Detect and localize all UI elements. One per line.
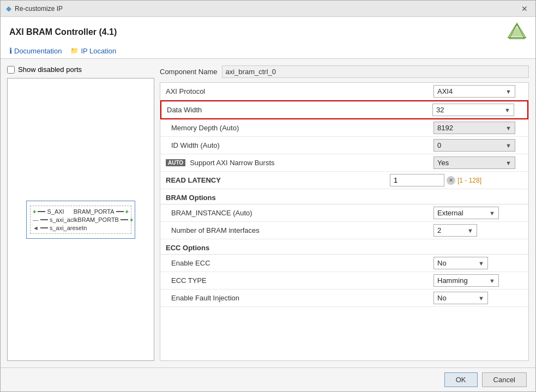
- show-disabled-checkbox[interactable]: [7, 66, 15, 74]
- dropdown-value-bram-interfaces: 2: [437, 226, 441, 234]
- connector-brama: [116, 211, 124, 212]
- dropdown-narrow-bursts[interactable]: Yes ▼: [433, 156, 515, 169]
- dropdown-id-width[interactable]: 0 ▼: [433, 139, 515, 152]
- label-axi-protocol: AXI Protocol: [160, 84, 430, 99]
- settings-row-axi-protocol: AXI Protocol AXI4 ▼: [160, 83, 528, 100]
- dropdown-value-data-width: 32: [436, 106, 444, 114]
- control-enable-ecc: No ▼: [430, 255, 528, 272]
- dropdown-value-id-width: 0: [437, 141, 441, 149]
- arrow-icon-aresetn: ◄: [33, 225, 39, 231]
- auto-badge: AUTO: [166, 159, 185, 166]
- show-disabled-label: Show disabled ports: [18, 65, 82, 74]
- port-left-saxi: + S_AXI: [33, 208, 64, 215]
- header-area: AXI BRAM Controller (4.1) ℹ Documentatio…: [1, 17, 535, 59]
- dropdown-value-fault-injection: No: [437, 294, 447, 302]
- settings-scroll[interactable]: AXI Protocol AXI4 ▼ Data Width: [160, 83, 528, 360]
- settings-row-narrow-bursts: AUTO Support AXI Narrow Bursts Yes ▼: [160, 154, 528, 172]
- ip-location-button[interactable]: 📁 IP Location: [70, 47, 116, 55]
- dropdown-arrow-fault-injection: ▼: [478, 295, 484, 301]
- dropdown-value-axi-protocol: AXI4: [437, 87, 453, 95]
- settings-row-fault-injection: Enable Fault Injection No ▼: [160, 290, 528, 307]
- port-left-aclk: — s_axi_aclk: [33, 216, 77, 223]
- label-id-width: ID Width (Auto): [160, 138, 430, 153]
- port-right-bramb: BRAM_PORTB +: [77, 216, 133, 223]
- label-bram-instance: BRAM_INSTANCE (Auto): [160, 206, 430, 220]
- dropdown-arrow-data-width: ▼: [504, 107, 510, 113]
- port-name-saxi: S_AXI: [47, 208, 64, 215]
- dropdown-value-ecc-type: Hamming: [437, 276, 468, 285]
- bottom-bar: OK Cancel: [1, 367, 535, 391]
- control-data-width: 32 ▼: [429, 101, 527, 118]
- port-name-aresetn: s_axi_aresetn: [50, 225, 87, 231]
- dropdown-arrow-id-width: ▼: [505, 142, 511, 149]
- cancel-button[interactable]: Cancel: [482, 372, 527, 387]
- app-title-row: AXI BRAM Controller (4.1): [9, 22, 527, 42]
- ip-ports: + S_AXI BRAM_PORTA +: [33, 208, 129, 231]
- label-narrow-bursts: Support AXI Narrow Bursts: [190, 159, 274, 167]
- dropdown-ecc-type[interactable]: Hamming ▼: [433, 274, 499, 287]
- doc-label: Documentation: [14, 47, 62, 55]
- dropdown-bram-instance[interactable]: External ▼: [433, 207, 499, 219]
- title-bar: ◆ Re-customize IP ✕: [1, 1, 535, 17]
- control-read-latency: ✕ [1 - 128]: [387, 172, 528, 189]
- settings-row-id-width: ID Width (Auto) 0 ▼: [160, 137, 528, 154]
- control-id-width: 0 ▼: [430, 137, 528, 154]
- control-axi-protocol: AXI4 ▼: [430, 83, 528, 100]
- title-bar-left: ◆ Re-customize IP: [6, 4, 63, 13]
- dropdown-value-enable-ecc: No: [437, 259, 447, 267]
- dash-icon-aclk: —: [33, 216, 39, 223]
- dropdown-fault-injection[interactable]: No ▼: [433, 292, 488, 304]
- location-label: IP Location: [81, 47, 116, 55]
- plus-icon-bramb: +: [130, 216, 133, 223]
- port-name-aclk: s_axi_aclk: [50, 216, 77, 223]
- dropdown-value-bram-instance: External: [437, 209, 463, 217]
- left-panel: Show disabled ports + S_AXI: [7, 65, 154, 361]
- label-read-latency: READ LATENCY: [160, 173, 387, 188]
- label-fault-injection: Enable Fault Injection: [160, 291, 430, 305]
- documentation-button[interactable]: ℹ Documentation: [9, 46, 62, 55]
- ok-button[interactable]: OK: [444, 372, 478, 387]
- ecc-section-header: ECC Options: [160, 239, 528, 255]
- dropdown-axi-protocol[interactable]: AXI4 ▼: [433, 85, 515, 98]
- dropdown-data-width[interactable]: 32 ▼: [432, 104, 514, 116]
- app-title: AXI BRAM Controller (4.1): [9, 27, 117, 37]
- label-enable-ecc: Enable ECC: [160, 256, 430, 270]
- dropdown-arrow-axi-protocol: ▼: [505, 88, 511, 95]
- port-name-brama: BRAM_PORTA: [74, 208, 115, 215]
- dropdown-arrow-memory-depth: ▼: [505, 125, 511, 131]
- ip-block: + S_AXI BRAM_PORTA +: [26, 201, 135, 239]
- component-name-row: Component Name: [160, 65, 529, 78]
- close-button[interactable]: ✕: [519, 4, 530, 13]
- dialog-container: ◆ Re-customize IP ✕ AXI BRAM Controller …: [0, 0, 536, 392]
- dropdown-bram-interfaces[interactable]: 2 ▼: [433, 224, 477, 237]
- control-memory-depth: 8192 ▼: [430, 119, 528, 136]
- port-row-saxi: + S_AXI BRAM_PORTA +: [33, 208, 129, 215]
- dropdown-arrow-enable-ecc: ▼: [478, 260, 484, 267]
- connector-saxi: [38, 211, 45, 212]
- vivado-logo: [507, 22, 527, 42]
- control-bram-instance: External ▼: [430, 204, 528, 221]
- folder-icon: 📁: [70, 47, 79, 55]
- right-panel: Component Name AXI Protocol AXI4 ▼: [160, 65, 529, 361]
- label-memory-depth: Memory Depth (Auto): [160, 120, 430, 135]
- dropdown-value-memory-depth: 8192: [437, 124, 453, 132]
- plus-icon-saxi: +: [33, 208, 36, 215]
- read-latency-clear-button[interactable]: ✕: [447, 176, 455, 185]
- control-fault-injection: No ▼: [430, 290, 528, 306]
- settings-row-enable-ecc: Enable ECC No ▼: [160, 255, 528, 272]
- settings-row-memory-depth: Memory Depth (Auto) 8192 ▼: [160, 119, 528, 137]
- component-name-input[interactable]: [222, 65, 529, 78]
- plus-icon-brama: +: [125, 208, 129, 215]
- control-bram-interfaces: 2 ▼: [430, 222, 528, 239]
- title-text: Re-customize IP: [15, 5, 63, 13]
- port-row-aclk: — s_axi_aclk BRAM_PORTB +: [33, 216, 129, 223]
- label-data-width: Data Width: [161, 102, 429, 117]
- info-icon: ℹ: [9, 46, 12, 55]
- control-ecc-type: Hamming ▼: [430, 272, 528, 289]
- settings-row-ecc-type: ECC TYPE Hamming ▼: [160, 272, 528, 290]
- read-latency-input[interactable]: [390, 174, 444, 186]
- dropdown-memory-depth[interactable]: 8192 ▼: [433, 122, 515, 134]
- title-icon: ◆: [6, 4, 11, 13]
- dropdown-arrow-ecc-type: ▼: [489, 278, 495, 284]
- dropdown-enable-ecc[interactable]: No ▼: [433, 257, 488, 269]
